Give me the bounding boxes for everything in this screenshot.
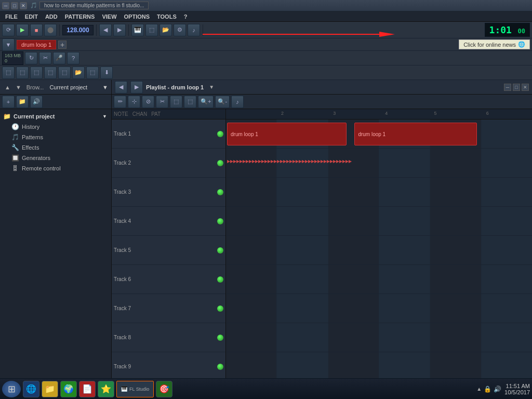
track-header-9[interactable]: Track 9: [112, 352, 225, 381]
pl-draw-button[interactable]: ✏: [114, 96, 126, 108]
grid-row-3[interactable]: [226, 178, 532, 207]
sidebar-item-history[interactable]: 🕐 History: [0, 122, 111, 132]
pl-zoom-out[interactable]: 🔍-: [215, 96, 230, 108]
grid-row-9[interactable]: [226, 352, 532, 381]
pt-piano-roll[interactable]: ⬚: [16, 66, 29, 79]
playlist-nav-right[interactable]: ▶: [130, 81, 143, 94]
pattern-block-1b[interactable]: drum loop 1: [354, 123, 477, 145]
track-3-active-button[interactable]: [217, 189, 223, 195]
sidebar-chevron-icon[interactable]: ▼: [102, 84, 108, 90]
track-header-1[interactable]: Track 1: [112, 119, 225, 149]
prev-pattern-button[interactable]: ◀: [99, 24, 112, 36]
add-pattern-button[interactable]: +: [58, 41, 66, 49]
close-button[interactable]: ✕: [20, 2, 27, 9]
menu-options[interactable]: OPTIONS: [121, 12, 153, 21]
grid-row-6[interactable]: [226, 265, 532, 294]
track-4-active-button[interactable]: [217, 218, 223, 224]
sidebar-up-button[interactable]: ▲: [3, 84, 12, 91]
track-grid[interactable]: 2 3 4 5 6: [226, 109, 532, 384]
taskbar-chrome-icon[interactable]: 🌍: [60, 381, 77, 397]
pl-paste-button[interactable]: ⬚: [184, 96, 196, 108]
grid-row-1[interactable]: drum loop 1 drum loop 1: [226, 119, 532, 149]
stop-button[interactable]: ■: [30, 24, 43, 36]
song-button[interactable]: ♪: [188, 24, 200, 36]
pt-event-editor[interactable]: ⬚: [30, 66, 43, 79]
menu-view[interactable]: VIEW: [99, 12, 119, 21]
track-header-7[interactable]: Track 7: [112, 294, 225, 323]
track-header-6[interactable]: Track 6: [112, 265, 225, 294]
playlist-dropdown-icon[interactable]: ▼: [209, 84, 214, 90]
grid-row-2[interactable]: ▶▶▶▶▶▶▶▶▶▶▶▶▶▶▶▶▶▶▶▶▶▶▶▶▶▶▶▶▶▶▶▶▶▶▶▶▶▶▶▶: [226, 149, 532, 178]
menu-file[interactable]: FILE: [2, 12, 21, 21]
cut-button[interactable]: ✂: [39, 52, 51, 64]
pt-browser[interactable]: 📂: [72, 66, 85, 79]
grid-row-7[interactable]: [226, 294, 532, 323]
menu-add[interactable]: ADD: [42, 12, 61, 21]
plugin-button[interactable]: ⚙: [174, 24, 186, 36]
menu-help[interactable]: ?: [181, 12, 191, 21]
pt-plugin[interactable]: ⬚: [86, 66, 99, 79]
online-news-button[interactable]: Click for online news 🌐: [459, 39, 530, 49]
playlist-close[interactable]: ✕: [522, 84, 529, 91]
taskbar-pdf-icon[interactable]: 📄: [79, 381, 96, 397]
window-controls[interactable]: ─ □ ✕: [2, 2, 27, 9]
pt-mixer[interactable]: ⬚: [58, 66, 71, 79]
pl-copy-button[interactable]: ⬚: [170, 96, 182, 108]
pt-download[interactable]: ⬇: [100, 66, 113, 79]
track-8-active-button[interactable]: [217, 335, 223, 341]
pl-erase-button[interactable]: ⊘: [142, 96, 154, 108]
bpm-display[interactable]: 128.000: [62, 25, 94, 35]
taskbar-volume-icon[interactable]: 🔊: [494, 385, 501, 393]
sidebar-speaker-button[interactable]: 🔊: [30, 96, 43, 108]
sidebar-down-button[interactable]: ▼: [14, 84, 23, 91]
menu-edit[interactable]: EDIT: [22, 12, 41, 21]
taskbar-explorer-icon[interactable]: 📁: [42, 381, 58, 397]
loop-button[interactable]: ⟳: [2, 24, 15, 36]
pl-zoom-in[interactable]: 🔍+: [198, 96, 214, 108]
sidebar-item-effects[interactable]: 🔧 Effects: [0, 142, 111, 153]
taskbar-fl-studio-app[interactable]: 🎹 FL Studio: [116, 381, 154, 397]
sidebar-item-remote-control[interactable]: 🎛 Remote control: [0, 163, 111, 174]
track-header-3[interactable]: Track 3: [112, 178, 225, 207]
grid-row-5[interactable]: [226, 236, 532, 265]
sidebar-item-patterns[interactable]: 🎵 Patterns: [0, 132, 111, 142]
mixer-button[interactable]: ⬚: [145, 24, 158, 36]
start-button[interactable]: ⊞: [2, 381, 21, 397]
playlist-maximize[interactable]: □: [513, 84, 520, 91]
maximize-button[interactable]: □: [11, 2, 18, 9]
refresh-button[interactable]: ↻: [25, 52, 37, 64]
pattern-name-button[interactable]: drum loop 1: [17, 40, 56, 49]
taskbar-green-icon[interactable]: 🎯: [156, 381, 172, 397]
pattern-block-1a[interactable]: drum loop 1: [227, 123, 347, 145]
pl-audio-clip[interactable]: ♪: [231, 96, 244, 108]
browser-button[interactable]: 📂: [159, 24, 172, 36]
sidebar-folder-button[interactable]: 📁: [16, 96, 29, 108]
menu-tools[interactable]: TOOLS: [154, 12, 180, 21]
piano-roll-button[interactable]: 🎹: [131, 24, 144, 36]
grid-row-4[interactable]: [226, 207, 532, 236]
sidebar-item-generators[interactable]: 🔲 Generators: [0, 153, 111, 163]
sidebar-browse-button[interactable]: Brow...: [25, 84, 46, 91]
title-tab[interactable]: how to create multiple patterns in fl st…: [39, 2, 149, 9]
play-button[interactable]: ▶: [16, 24, 29, 36]
grid-row-8[interactable]: [226, 323, 532, 352]
track-2-active-button[interactable]: [217, 160, 223, 166]
track-header-2[interactable]: Track 2: [112, 149, 225, 178]
track-5-active-button[interactable]: [217, 247, 223, 254]
track-header-4[interactable]: Track 4: [112, 207, 225, 236]
taskbar-star-icon[interactable]: ⭐: [98, 381, 114, 397]
sidebar-project-label[interactable]: Current project: [49, 84, 87, 90]
sidebar-item-current-project[interactable]: 📁 Current project ▼: [0, 111, 111, 122]
track-1-active-button[interactable]: [217, 131, 223, 137]
pt-channel-rack[interactable]: ⬚: [44, 66, 57, 79]
pattern-menu-button[interactable]: ▼: [2, 38, 15, 51]
menu-patterns[interactable]: PATTERNS: [62, 12, 98, 21]
taskbar-arrow-icon[interactable]: ▲: [476, 386, 482, 392]
taskbar-ie-icon[interactable]: 🌐: [23, 381, 39, 397]
track-header-5[interactable]: Track 5: [112, 236, 225, 265]
track-6-active-button[interactable]: [217, 276, 223, 283]
track-header-8[interactable]: Track 8: [112, 323, 225, 352]
mic-button[interactable]: 🎤: [53, 52, 65, 64]
playlist-nav-left[interactable]: ◀: [115, 81, 127, 94]
track-7-active-button[interactable]: [217, 305, 223, 312]
